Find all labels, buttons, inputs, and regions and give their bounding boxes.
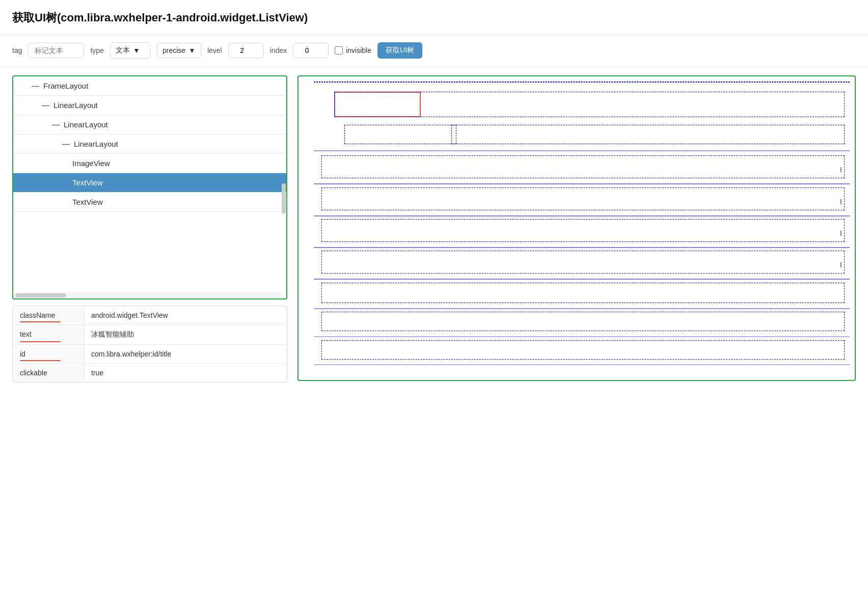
index-input[interactable] [293,43,329,58]
preview-row-4 [321,187,845,210]
prop-key-clickable: clickable [13,364,84,382]
preview-row-9 [321,340,845,360]
tree-item-textview-2[interactable]: TextView [13,193,286,212]
precise-select[interactable]: precise ▼ [157,43,201,58]
preview-separator-8 [314,364,850,365]
page-header: 获取UI树(com.libra.wxhelper-1-android.widge… [0,0,868,34]
prop-key-text: text [13,325,84,344]
tree-item-label: FrameLayout [43,81,88,90]
left-panel: — FrameLayout — LinearLayout — LinearLay… [12,75,287,383]
prop-value-classname: android.widget.TextView [84,306,287,324]
page-title: 获取UI树(com.libra.wxhelper-1-android.widge… [12,10,856,25]
level-label: level [207,46,222,54]
prop-row-clickable: clickable true [13,364,287,382]
tree-item-dash: — [52,120,60,129]
tree-item-linearlayout-3[interactable]: — LinearLayout [13,134,286,154]
preview-cursor-2: I [840,198,842,206]
scrollbar-thumb [282,183,286,214]
precise-dropdown-icon: ▼ [188,46,196,54]
tree-item-imageview[interactable]: ImageView [13,154,286,173]
preview-cursor-1: I [840,166,842,174]
prop-value-text: 冰狐智能辅助 [84,325,287,344]
preview-row-2a [344,125,456,144]
tree-item-linearlayout-1[interactable]: — LinearLayout [13,96,286,115]
tree-list: — FrameLayout — LinearLayout — LinearLay… [13,76,286,290]
main-content: — FrameLayout — LinearLayout — LinearLay… [0,67,868,391]
preview-separator-7 [314,336,850,337]
phone-preview: I I I I [297,75,856,381]
preview-row-top [334,92,845,117]
tree-item-dash: — [62,140,70,148]
tree-item-label: LinearLayout [53,101,98,110]
prop-key-id: id [13,345,84,363]
prop-key-classname: className [13,306,84,324]
horizontal-scrollbar[interactable] [13,292,281,298]
preview-inner: I I I I [299,76,855,85]
preview-row-2b [451,125,845,144]
right-panel: I I I I [297,75,856,383]
prop-value-clickable: true [84,364,287,382]
tree-item-label: TextView [72,178,103,187]
tree-item-dash: — [42,101,49,110]
preview-outer-box [314,81,850,83]
tag-input[interactable] [28,43,84,58]
preview-row-3 [321,155,845,178]
type-label: type [90,46,103,54]
preview-separator-4 [314,247,850,248]
preview-separator-5 [314,279,850,280]
tag-label: tag [12,46,22,54]
tree-item-textview-1[interactable]: TextView [13,173,286,193]
invisible-checkbox-container[interactable]: invisible [335,46,371,54]
text-underline [20,341,61,342]
h-scrollbar-thumb [15,293,66,297]
toolbar: tag type 文本 ▼ precise ▼ level index invi… [0,34,868,67]
tree-item-linearlayout-2[interactable]: — LinearLayout [13,115,286,134]
prop-row-classname: className android.widget.TextView [13,306,287,325]
type-select[interactable]: 文本 ▼ [110,42,151,59]
prop-row-id: id com.libra.wxhelper:id/title [13,345,287,364]
properties-panel: className android.widget.TextView text 冰… [12,306,287,383]
preview-row-6 [321,251,845,274]
preview-row-5 [321,219,845,242]
type-select-value: 文本 [116,46,130,55]
preview-row-8 [321,312,845,331]
prop-row-text: text 冰狐智能辅助 [13,325,287,345]
tree-item-label: TextView [72,198,103,206]
tree-item-framelayout[interactable]: — FrameLayout [13,76,286,96]
tree-item-label: LinearLayout [74,140,118,148]
preview-separator-2 [314,183,850,184]
invisible-label: invisible [346,46,371,54]
type-dropdown-icon: ▼ [133,46,140,54]
tree-item-label: ImageView [72,159,110,168]
precise-select-value: precise [162,46,185,54]
index-label: index [270,46,287,54]
level-input[interactable] [228,43,264,58]
tree-item-label: LinearLayout [64,120,108,129]
preview-row-7 [321,283,845,303]
preview-separator-6 [314,308,850,309]
invisible-checkbox[interactable] [335,46,343,54]
preview-cursor-3: I [840,229,842,237]
fetch-ui-tree-button[interactable]: 获取UI树 [377,42,422,59]
tree-item-dash: — [32,81,39,90]
preview-separator-1 [314,150,850,151]
id-underline [20,360,61,361]
preview-separator-3 [314,215,850,216]
prop-value-id: com.libra.wxhelper:id/title [84,345,287,363]
tree-panel: — FrameLayout — LinearLayout — LinearLay… [12,75,287,299]
vertical-scrollbar[interactable] [281,76,286,290]
preview-cursor-4: I [840,261,842,269]
classname-underline [20,321,61,322]
